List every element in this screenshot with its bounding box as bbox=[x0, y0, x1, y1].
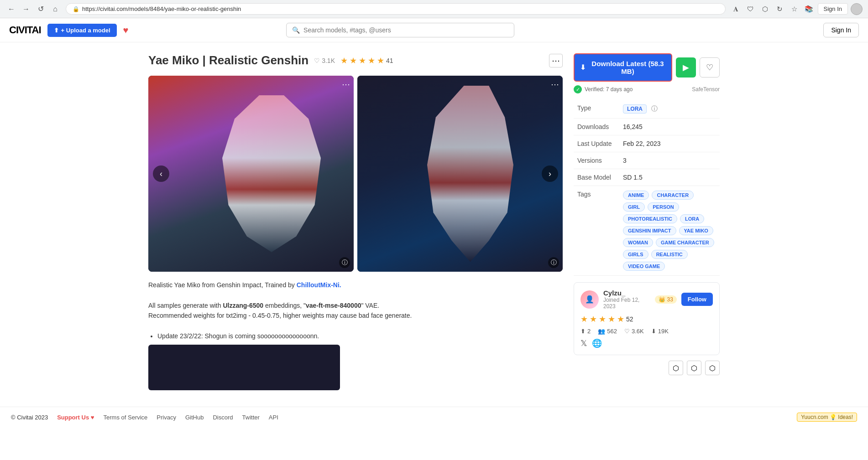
api-link[interactable]: API bbox=[269, 414, 278, 421]
right-column: ⬇ Download Latest (58.3 MB) ▶ ♡ ✓ Verifi… bbox=[574, 53, 720, 396]
gallery-next-button[interactable]: › bbox=[542, 165, 558, 182]
downloads-value: 19K bbox=[658, 328, 669, 335]
downloads-value: 16,245 bbox=[619, 119, 720, 135]
search-input[interactable] bbox=[303, 26, 508, 34]
image-info-button-left[interactable]: ⓘ bbox=[339, 257, 350, 268]
author-name[interactable]: Cylzu_ bbox=[603, 289, 650, 297]
bullet-item-1: Update 23/2/22: Shogun is coming soooooo… bbox=[157, 331, 563, 341]
header-heart-icon[interactable]: ♥ bbox=[123, 25, 129, 36]
base-model-value: SD 1.5 bbox=[619, 169, 720, 186]
type-label: Type bbox=[574, 100, 619, 119]
author-links: 𝕏 🌐 bbox=[580, 338, 713, 348]
browser-action-buttons: 𝐀 🛡 ⬡ ↻ ☆ 📚 Sign In bbox=[730, 3, 863, 15]
tag-girl[interactable]: GIRL bbox=[623, 202, 645, 212]
tag-video-game[interactable]: VIDEO GAME bbox=[623, 262, 665, 271]
refresh-button[interactable]: ↺ bbox=[35, 3, 47, 15]
author-star-count: 52 bbox=[626, 315, 633, 323]
share-action-3[interactable]: ⬡ bbox=[705, 361, 720, 375]
terms-link[interactable]: Terms of Service bbox=[104, 414, 148, 421]
tag-genshin-impact[interactable]: GENSHIN IMPACT bbox=[623, 226, 676, 235]
tag-yae-miko[interactable]: YAE MIKO bbox=[679, 226, 713, 235]
sign-in-button[interactable]: Sign In bbox=[823, 23, 859, 37]
tag-game-character[interactable]: GAME CHARACTER bbox=[656, 238, 714, 247]
star-1: ★ bbox=[340, 56, 348, 66]
save-button[interactable]: ♡ bbox=[700, 57, 720, 78]
star-4: ★ bbox=[368, 56, 375, 66]
extensions-button[interactable]: ⬡ bbox=[759, 3, 771, 15]
tag-photorealistic[interactable]: PHOTOREALISTIC bbox=[623, 214, 677, 223]
desc-mid: embeddings, " bbox=[263, 302, 306, 309]
download-arrow-icon: ⬇ bbox=[580, 63, 586, 72]
favorites-button[interactable]: ☆ bbox=[789, 3, 800, 15]
desc-bold2: vae-ft-mse-840000 bbox=[306, 302, 361, 309]
info-table: Type LORA ⓘ Downloads 16,245 Last Update… bbox=[574, 100, 720, 276]
avatar-emoji: 👤 bbox=[585, 295, 594, 304]
share-action-1[interactable]: ⬡ bbox=[669, 361, 683, 375]
discord-link[interactable]: Discord bbox=[213, 414, 233, 421]
author-star-2: ★ bbox=[590, 314, 597, 324]
image-options-button-left[interactable]: ⋯ bbox=[342, 79, 350, 89]
search-bar[interactable]: 🔍 bbox=[286, 23, 514, 37]
home-button[interactable]: ⌂ bbox=[49, 3, 61, 15]
address-bar[interactable]: 🔒 https://civitai.com/models/8484/yae-mi… bbox=[66, 3, 726, 15]
play-icon: ▶ bbox=[683, 62, 689, 72]
type-value: LORA ⓘ bbox=[619, 100, 720, 119]
privacy-link[interactable]: Privacy bbox=[157, 414, 176, 421]
tag-character[interactable]: CHARACTER bbox=[652, 191, 694, 200]
author-website-link[interactable]: 🌐 bbox=[592, 338, 602, 348]
lora-badge[interactable]: LORA bbox=[623, 104, 647, 114]
browser-sign-in-button[interactable]: Sign In bbox=[818, 3, 848, 15]
download-button[interactable]: ⬇ Download Latest (58.3 MB) bbox=[574, 53, 672, 82]
author-avatar: 👤 bbox=[580, 290, 599, 309]
follow-button[interactable]: Follow bbox=[681, 293, 713, 306]
tag-realistic[interactable]: REALISTIC bbox=[651, 250, 688, 259]
upload-icon: ⬆ bbox=[54, 27, 59, 34]
reload-button[interactable]: ↻ bbox=[774, 3, 786, 15]
tag-woman[interactable]: WOMAN bbox=[623, 238, 653, 247]
tag-lora[interactable]: LORA bbox=[680, 214, 704, 223]
author-row: 👤 Cylzu_ Joined Feb 12, 2023 👑 33 Follow bbox=[580, 289, 713, 310]
support-us-link[interactable]: Support Us ♥ bbox=[57, 414, 94, 421]
forward-button[interactable]: → bbox=[20, 3, 32, 15]
share-action-2[interactable]: ⬡ bbox=[687, 361, 701, 375]
author-info: Cylzu_ Joined Feb 12, 2023 bbox=[603, 289, 650, 310]
image-gallery: ‹ ⋯ ⓘ › ⋯ ⓘ bbox=[148, 76, 563, 272]
browser-profile-avatar[interactable] bbox=[851, 3, 863, 15]
review-count: 41 bbox=[386, 57, 393, 64]
collections-button[interactable]: 📚 bbox=[803, 3, 815, 15]
github-link[interactable]: GitHub bbox=[185, 414, 204, 421]
followers-icon: 👥 bbox=[598, 328, 605, 335]
versions-value: 3 bbox=[619, 152, 720, 169]
author-star-1: ★ bbox=[580, 314, 588, 324]
gallery-image-left: ‹ ⋯ ⓘ bbox=[148, 76, 354, 272]
tag-girls[interactable]: GIRLS bbox=[623, 250, 648, 259]
back-button[interactable]: ← bbox=[5, 3, 17, 15]
left-column: Yae Miko | Realistic Genshin ♡ 3.1K ★ ★ … bbox=[148, 53, 563, 396]
tags-container: ANIME CHARACTER GIRL PERSON PHOTOREALIST… bbox=[623, 191, 716, 271]
versions-label: Versions bbox=[574, 152, 619, 169]
gallery-prev-button[interactable]: ‹ bbox=[153, 165, 169, 182]
image-info-button-right[interactable]: ⓘ bbox=[548, 257, 559, 268]
play-button[interactable]: ▶ bbox=[676, 57, 696, 78]
site-logo[interactable]: CIVITAI bbox=[9, 24, 41, 36]
upload-model-button[interactable]: ⬆ + Upload a model bbox=[47, 24, 117, 37]
more-options-button[interactable]: ⋯ bbox=[549, 54, 563, 67]
desc-line2-pre1: All samples generate with bbox=[148, 302, 223, 309]
type-info-icon[interactable]: ⓘ bbox=[651, 105, 658, 112]
author-twitter-link[interactable]: 𝕏 bbox=[580, 338, 587, 348]
shield-button[interactable]: 🛡 bbox=[745, 3, 757, 15]
tag-person[interactable]: PERSON bbox=[648, 202, 679, 212]
main-content: Yae Miko | Realistic Genshin ♡ 3.1K ★ ★ … bbox=[137, 42, 731, 396]
crown-badge: 👑 33 bbox=[655, 295, 676, 304]
tag-anime[interactable]: ANIME bbox=[623, 191, 649, 200]
browser-chrome: ← → ↺ ⌂ 🔒 https://civitai.com/models/848… bbox=[0, 0, 868, 18]
twitter-link[interactable]: Twitter bbox=[242, 414, 260, 421]
desc-line1-pre: Realistic Yae Miko from Genshin Impact, … bbox=[148, 281, 297, 289]
crown-icon: 👑 bbox=[659, 296, 665, 303]
url-text: https://civitai.com/models/8484/yae-miko… bbox=[82, 5, 241, 12]
likes-icon: ♡ bbox=[624, 328, 630, 335]
video-thumbnail[interactable] bbox=[148, 345, 340, 390]
image-options-button-right[interactable]: ⋯ bbox=[551, 79, 559, 89]
author-likes-stat: ♡ 3.6K bbox=[624, 328, 644, 335]
reader-mode-button[interactable]: 𝐀 bbox=[730, 3, 742, 15]
